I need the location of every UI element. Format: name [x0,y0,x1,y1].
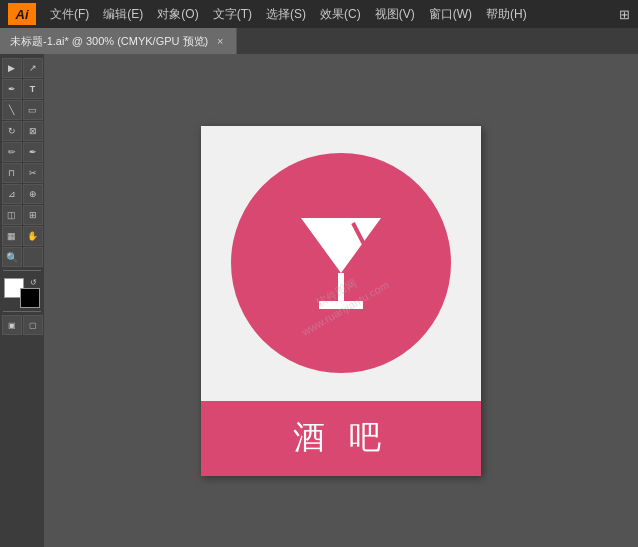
menu-text[interactable]: 文字(T) [207,4,258,25]
canvas-area: 软件图网 www.ruanjiantu.com 酒 吧 [44,54,638,547]
menu-view[interactable]: 视图(V) [369,4,421,25]
tool-row-5: ✏ ✒ [2,142,43,162]
menu-file[interactable]: 文件(F) [44,4,95,25]
svg-rect-2 [319,301,363,309]
tool-row-8: ◫ ⊞ [2,205,43,225]
menu-edit[interactable]: 编辑(E) [97,4,149,25]
color-boxes[interactable]: ↺ [4,278,40,308]
rectangle-tool[interactable]: ▭ [23,100,43,120]
circle-container [201,126,481,401]
hand-tool[interactable]: ✋ [23,226,43,246]
select-tool[interactable]: ▶ [2,58,22,78]
tool-row-9: ▦ ✋ [2,226,43,246]
martini-glass-icon [281,203,401,323]
direct-select-tool[interactable]: ↗ [23,58,43,78]
chart-tool[interactable]: ▦ [2,226,22,246]
tool-row-2: ✒ T [2,79,43,99]
tool-row-4: ↻ ⊠ [2,121,43,141]
paintbrush-tool[interactable]: ✏ [2,142,22,162]
eraser-tool[interactable]: ⊓ [2,163,22,183]
separator-1 [3,270,41,271]
tab-title: 未标题-1.ai* @ 300% (CMYK/GPU 预览) [10,34,208,49]
reset-color-icon[interactable]: ↺ [30,278,40,288]
background-color[interactable] [20,288,40,308]
menu-select[interactable]: 选择(S) [260,4,312,25]
tool-row-1: ▶ ↗ [2,58,43,78]
line-tool[interactable]: ╲ [2,100,22,120]
scissors-tool[interactable]: ✂ [23,163,43,183]
main-layout: ▶ ↗ ✒ T ╲ ▭ ↻ ⊠ ✏ ✒ ⊓ ✂ ⊿ ⊕ [0,54,638,547]
tool-row-7: ⊿ ⊕ [2,184,43,204]
screen-mode-tool[interactable]: ▣ [2,315,22,335]
pink-circle [231,153,451,373]
menu-object[interactable]: 对象(O) [151,4,204,25]
grid-view-icon[interactable]: ⊞ [619,7,630,22]
zoom-tool[interactable]: 🔍 [2,247,22,267]
extra-tool[interactable] [23,247,43,267]
tool-row-10: 🔍 [2,247,43,267]
tab-close-button[interactable]: × [214,35,226,47]
left-toolbar: ▶ ↗ ✒ T ╲ ▭ ↻ ⊠ ✏ ✒ ⊓ ✂ ⊿ ⊕ [0,54,44,547]
type-tool[interactable]: T [23,79,43,99]
tool-row-6: ⊓ ✂ [2,163,43,183]
tool-row-3: ╲ ▭ [2,100,43,120]
scale-tool[interactable]: ⊠ [23,121,43,141]
eyedropper-tool[interactable]: ⊿ [2,184,22,204]
document-tab[interactable]: 未标题-1.ai* @ 300% (CMYK/GPU 预览) × [0,28,237,54]
tab-bar: 未标题-1.ai* @ 300% (CMYK/GPU 预览) × [0,28,638,54]
pencil-tool[interactable]: ✒ [23,142,43,162]
measure-tool[interactable]: ⊕ [23,184,43,204]
menu-window[interactable]: 窗口(W) [423,4,478,25]
gradient-tool[interactable]: ◫ [2,205,22,225]
title-bar: Ai 文件(F) 编辑(E) 对象(O) 文字(T) 选择(S) 效果(C) 视… [0,0,638,28]
mesh-tool[interactable]: ⊞ [23,205,43,225]
tool-row-bottom: ▣ ▢ [2,315,43,335]
svg-marker-0 [301,218,381,273]
label-bar: 酒 吧 [201,401,481,476]
separator-2 [3,311,41,312]
menu-help[interactable]: 帮助(H) [480,4,533,25]
menu-bar: 文件(F) 编辑(E) 对象(O) 文字(T) 选择(S) 效果(C) 视图(V… [44,4,619,25]
rotate-tool[interactable]: ↻ [2,121,22,141]
bar-label: 酒 吧 [293,416,390,460]
app-logo: Ai [8,3,36,25]
screen-mode2-tool[interactable]: ▢ [23,315,43,335]
menu-effect[interactable]: 效果(C) [314,4,367,25]
pen-tool[interactable]: ✒ [2,79,22,99]
artboard: 软件图网 www.ruanjiantu.com 酒 吧 [201,126,481,476]
svg-rect-1 [338,273,344,301]
